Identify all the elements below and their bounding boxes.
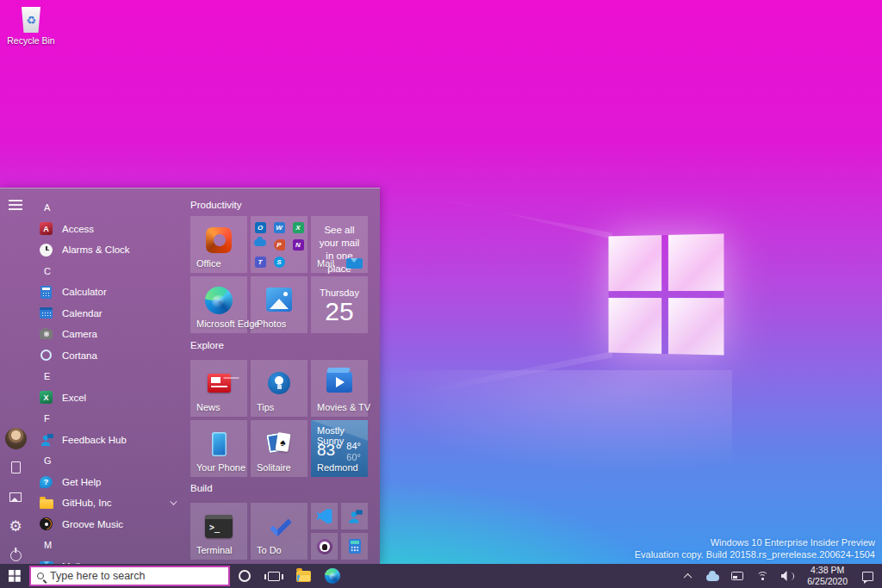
todo-check-icon — [270, 514, 292, 536]
tile-group-title-build[interactable]: Build — [190, 483, 213, 493]
task-view-button[interactable] — [259, 564, 289, 588]
action-center-icon — [862, 572, 873, 581]
show-hidden-icons-button[interactable] — [680, 568, 694, 584]
tile-group-title-explore[interactable]: Explore — [190, 340, 224, 350]
task-view-icon — [268, 572, 280, 581]
app-item-camera[interactable]: Camera — [31, 324, 185, 345]
app-list-letter-c[interactable]: C — [31, 261, 185, 282]
weather-high: 84° — [346, 441, 361, 451]
weather-city: Redmond — [317, 462, 358, 473]
tile-feedback-hub[interactable] — [341, 503, 368, 529]
tile-group-title-productivity[interactable]: Productivity — [190, 200, 241, 210]
display-tray-button[interactable] — [730, 568, 744, 584]
edge-taskbar-button[interactable] — [318, 564, 347, 588]
tile-mail[interactable]: See all your mail in one place Mail — [311, 216, 368, 273]
light-beam — [392, 186, 612, 239]
power-button[interactable] — [3, 543, 28, 564]
outlook-icon: O — [255, 222, 266, 233]
app-list-letter-a[interactable]: A — [31, 197, 185, 219]
app-item-cortana[interactable]: Cortana — [31, 345, 185, 367]
volume-button[interactable] — [780, 568, 794, 584]
user-account-button[interactable] — [3, 426, 28, 450]
tile-photos[interactable]: Photos — [251, 276, 307, 333]
camera-icon — [39, 327, 53, 342]
app-list-letter-g[interactable]: G — [31, 450, 185, 472]
edge-icon — [205, 287, 233, 314]
edge-icon — [325, 568, 340, 584]
app-item-calculator[interactable]: Calculator — [31, 282, 185, 303]
app-list-letter-f[interactable]: F — [31, 408, 185, 430]
tile-news[interactable]: News — [190, 360, 247, 417]
excel-icon: X — [39, 390, 53, 405]
taskbar-search-box[interactable] — [29, 566, 230, 586]
file-explorer-button[interactable] — [289, 564, 318, 588]
chevron-up-icon — [683, 573, 692, 581]
tile-github[interactable] — [311, 533, 338, 560]
tile-label: Tips — [257, 402, 274, 412]
app-item-alarms-clock[interactable]: Alarms & Clock — [31, 239, 185, 261]
tile-office[interactable]: Office — [190, 216, 247, 273]
app-item-access[interactable]: AAccess — [31, 219, 185, 240]
tile-microsoft-edge[interactable]: Microsoft Edge — [190, 276, 247, 333]
app-list-letter-e[interactable]: E — [31, 366, 185, 387]
app-item-get-help[interactable]: ?Get Help — [31, 472, 185, 493]
tile-label: To Do — [257, 545, 282, 555]
tile-your-phone[interactable]: Your Phone — [190, 420, 247, 477]
watermark-line2: Evaluation copy. Build 20158.rs_prerelea… — [635, 548, 875, 561]
system-tray: 4:38 PM 6/25/2020 — [680, 565, 882, 587]
power-icon — [10, 550, 22, 561]
app-label: GitHub, Inc — [62, 498, 112, 508]
cortana-icon — [39, 348, 53, 362]
recycle-bin-label: Recycle Bin — [5, 35, 57, 46]
start-menu: ⚙ A AAccess Alarms & Clock C Calculator … — [0, 188, 380, 564]
clock-date: 6/25/2020 — [807, 576, 848, 587]
tile-visual-studio-code[interactable] — [311, 503, 338, 529]
github-octocat-icon — [317, 539, 332, 554]
mail-envelope-icon — [346, 258, 363, 269]
network-button[interactable] — [755, 568, 769, 584]
cortana-button[interactable] — [230, 564, 259, 588]
app-item-excel[interactable]: XExcel — [31, 387, 185, 409]
expand-menu-button[interactable] — [3, 193, 28, 217]
powerpoint-icon: P — [274, 239, 285, 251]
access-icon: A — [39, 221, 53, 236]
letter-label: M — [44, 540, 52, 550]
clock[interactable]: 4:38 PM 6/25/2020 — [805, 565, 849, 587]
settings-button[interactable]: ⚙ — [3, 514, 28, 538]
app-item-groove-music[interactable]: Groove Music — [31, 514, 185, 535]
app-item-mail[interactable]: Mail — [31, 556, 185, 565]
tile-calendar[interactable]: Thursday 25 — [311, 276, 368, 333]
movies-tv-icon — [326, 372, 352, 393]
skype-icon: S — [274, 257, 285, 268]
clock-time: 4:38 PM — [807, 565, 848, 576]
tile-calculator[interactable] — [341, 533, 368, 560]
app-item-feedback-hub[interactable]: Feedback Hub — [31, 430, 185, 451]
calendar-icon — [39, 306, 53, 320]
photos-icon — [266, 288, 292, 312]
action-center-button[interactable] — [860, 568, 874, 584]
tile-solitaire[interactable]: Solitaire — [251, 420, 307, 477]
app-label: Camera — [62, 329, 97, 339]
chevron-down-icon[interactable] — [170, 498, 177, 505]
tile-movies-tv[interactable]: Movies & TV — [311, 360, 368, 417]
tile-to-do[interactable]: To Do — [251, 503, 307, 560]
onedrive-cloud-icon — [706, 574, 719, 581]
tile-terminal[interactable]: Terminal — [190, 503, 247, 560]
teams-icon: T — [255, 257, 266, 268]
onedrive-tray-button[interactable] — [705, 568, 719, 584]
letter-label: C — [44, 266, 51, 276]
tile-label: Office — [196, 258, 221, 269]
recycle-bin-shortcut[interactable]: Recycle Bin — [5, 7, 57, 46]
app-item-github-folder[interactable]: GitHub, Inc — [31, 492, 185, 514]
start-button[interactable] — [0, 564, 29, 588]
tile-office-apps[interactable]: OWXPNTS — [251, 216, 307, 273]
app-list-letter-m[interactable]: M — [31, 535, 185, 556]
tile-tips[interactable]: Tips — [251, 360, 307, 417]
pictures-button[interactable] — [3, 485, 28, 509]
search-input[interactable] — [50, 570, 222, 582]
desktop: Windows 10 Enterprise Insider Preview Ev… — [0, 0, 882, 588]
tile-weather[interactable]: Mostly Sunny 83° 84° 60° Redmond — [311, 420, 368, 477]
app-item-calendar[interactable]: Calendar — [31, 303, 185, 325]
documents-button[interactable] — [3, 455, 28, 480]
app-label: Alarms & Clock — [62, 244, 130, 255]
